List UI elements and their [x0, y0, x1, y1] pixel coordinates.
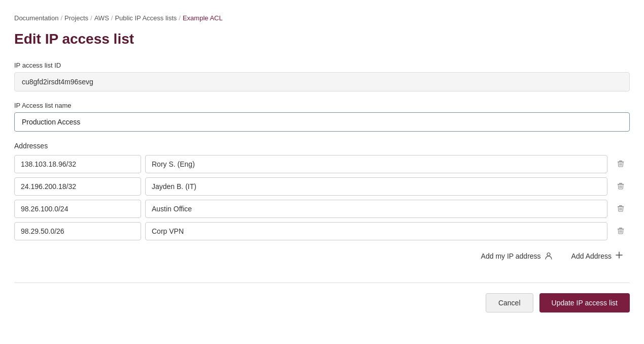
- address-desc-input-2[interactable]: [145, 177, 607, 196]
- name-label: IP Access list name: [14, 102, 630, 109]
- svg-rect-11: [619, 205, 622, 206]
- addresses-section: Addresses: [14, 142, 630, 264]
- add-my-ip-button[interactable]: Add my IP address: [477, 248, 557, 264]
- address-desc-input-3[interactable]: [145, 200, 607, 218]
- page-title: Edit IP access list: [14, 31, 630, 47]
- delete-address-button-1[interactable]: [612, 155, 630, 173]
- add-my-ip-label: Add my IP address: [481, 252, 541, 260]
- svg-point-20: [547, 253, 550, 256]
- trash-icon-3: [617, 204, 625, 214]
- delete-address-button-2[interactable]: [612, 177, 630, 196]
- breadcrumb-item-public-ip[interactable]: Public IP Access lists: [115, 14, 177, 22]
- address-action-row: Add my IP address Add Address: [14, 247, 630, 264]
- address-row: [14, 200, 630, 218]
- delete-address-button-3[interactable]: [612, 200, 630, 218]
- breadcrumb-item-aws[interactable]: AWS: [94, 14, 109, 22]
- addresses-label: Addresses: [14, 142, 630, 150]
- id-input: [14, 72, 630, 91]
- footer-buttons: Cancel Update IP access list: [14, 293, 630, 312]
- add-address-button[interactable]: Add Address: [567, 247, 628, 264]
- update-button[interactable]: Update IP access list: [539, 293, 630, 312]
- address-row: [14, 222, 630, 240]
- footer-divider: [14, 283, 630, 283]
- address-desc-input-4[interactable]: [145, 222, 607, 240]
- breadcrumb-separator-3: /: [111, 14, 113, 22]
- breadcrumb: Documentation / Projects / AWS / Public …: [14, 14, 630, 22]
- svg-rect-16: [619, 228, 622, 229]
- breadcrumb-separator-4: /: [179, 14, 181, 22]
- svg-rect-6: [619, 183, 622, 184]
- breadcrumb-separator-2: /: [90, 14, 92, 22]
- breadcrumb-separator-1: /: [60, 14, 62, 22]
- breadcrumb-item-documentation[interactable]: Documentation: [14, 14, 58, 22]
- address-ip-input-3[interactable]: [14, 200, 141, 218]
- svg-rect-1: [619, 161, 622, 162]
- person-icon: [544, 252, 553, 261]
- trash-icon-2: [617, 182, 625, 192]
- name-input[interactable]: [14, 112, 630, 132]
- delete-address-button-4[interactable]: [612, 222, 630, 240]
- add-address-label: Add Address: [571, 252, 612, 260]
- breadcrumb-item-projects[interactable]: Projects: [64, 14, 88, 22]
- address-ip-input-4[interactable]: [14, 222, 141, 240]
- cancel-button[interactable]: Cancel: [486, 293, 533, 312]
- trash-icon-4: [617, 227, 625, 236]
- id-label: IP access list ID: [14, 61, 630, 69]
- address-ip-input-2[interactable]: [14, 177, 141, 196]
- address-ip-input-1[interactable]: [14, 155, 141, 173]
- name-field-group: IP Access list name: [14, 102, 630, 132]
- plus-icon: [615, 251, 624, 261]
- id-field-group: IP access list ID: [14, 61, 630, 91]
- address-row: [14, 155, 630, 173]
- breadcrumb-item-example-acl[interactable]: Example ACL: [183, 14, 223, 22]
- address-desc-input-1[interactable]: [145, 155, 607, 173]
- address-row: [14, 177, 630, 196]
- trash-icon-1: [617, 160, 625, 169]
